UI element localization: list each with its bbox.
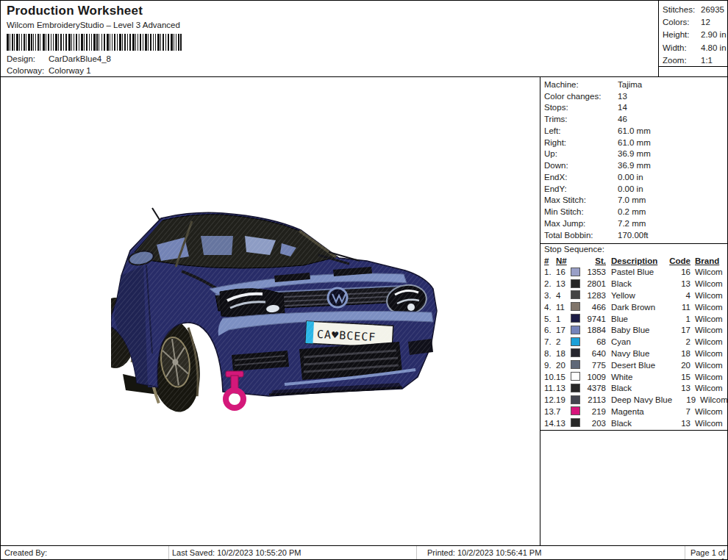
thread-code: 1 — [667, 315, 692, 323]
thread-color-swatch — [571, 314, 580, 323]
thread-code: 20 — [667, 361, 692, 370]
machine-info-value: 36.9 mm — [618, 149, 726, 158]
thread-description: Baby Blue — [607, 326, 667, 334]
machine-info-row: Machine: Tajima — [544, 79, 726, 90]
thread-color-swatch — [571, 268, 580, 276]
design-label: Design: — [7, 54, 49, 63]
stop-sequence-header: # N# St. Description Code Brand — [544, 256, 726, 267]
machine-info-value: 36.9 mm — [618, 161, 726, 170]
thread-brand: Wilcom — [692, 315, 726, 323]
machine-info-label: Trims: — [544, 115, 618, 123]
summary-label: Colors: — [663, 18, 701, 26]
thread-color-swatch — [571, 406, 580, 415]
thread-color-swatch — [571, 302, 580, 311]
machine-info-label: Left: — [544, 126, 618, 135]
thread-code: 15 — [667, 373, 692, 381]
colorway-row: Colorway: Colorway 1 — [7, 66, 91, 75]
row-number: 9. — [544, 361, 556, 370]
machine-info-row: Min Stitch: 0.2 mm — [544, 206, 726, 218]
thread-color-swatch — [571, 395, 580, 404]
thread-description: Magenta — [607, 407, 667, 416]
stitch-count: 1009 — [584, 373, 607, 381]
thread-description: Black — [607, 279, 667, 288]
machine-info-value: 46 — [618, 115, 726, 123]
summary-row: Height: 2.90 in — [663, 29, 728, 41]
thread-code: 2 — [667, 337, 692, 346]
row-number: 10. — [544, 373, 556, 381]
stitch-count: 203 — [584, 419, 607, 428]
summary-row: Stitches: 26935 — [663, 3, 728, 15]
page-indicator: Page 1 of 1 — [685, 546, 728, 560]
summary-row: Colors: 12 — [663, 15, 728, 28]
machine-info-label: Stops: — [544, 103, 618, 112]
col-brand: Brand — [692, 256, 726, 265]
stop-sequence-row: 5. 1 9741 Blue 1 Wilcom — [544, 313, 726, 325]
col-description: Description — [607, 256, 667, 265]
footer: Created By: Last Saved: 10/2/2023 10:55:… — [1, 545, 728, 559]
thread-color-swatch — [571, 290, 580, 299]
machine-info-value: 7.2 mm — [618, 219, 726, 228]
machine-info-row: Max Jump: 7.2 mm — [544, 218, 726, 229]
thread-brand: Wilcom — [692, 268, 726, 276]
needle-number: 4 — [556, 291, 571, 300]
thread-color-swatch — [571, 384, 580, 392]
machine-info-row: Up: 36.9 mm — [544, 148, 726, 160]
stitch-count: 9741 — [584, 315, 607, 323]
thread-brand: Wilcom — [692, 303, 726, 312]
machine-info-value: 7.0 mm — [618, 195, 726, 204]
stitch-count: 1884 — [584, 326, 607, 334]
thread-description: Blue — [607, 315, 667, 323]
thread-code: 16 — [667, 268, 692, 276]
thread-code: 17 — [667, 326, 692, 334]
machine-info-row: Stops: 14 — [544, 102, 726, 114]
stop-sequence-row: 10. 15 1009 White 15 Wilcom — [544, 371, 726, 383]
needle-number: 13 — [556, 419, 571, 428]
machine-info-value: 170.00ft — [618, 231, 726, 240]
row-number: 8. — [544, 349, 556, 358]
thread-description: White — [607, 373, 667, 381]
stop-sequence-row: 14. 13 203 Black 13 Wilcom — [544, 417, 726, 429]
stitch-count: 2801 — [584, 279, 607, 288]
machine-info-label: Max Jump: — [544, 219, 618, 228]
machine-info-value: 0.2 mm — [618, 207, 726, 216]
row-number: 3. — [544, 291, 556, 300]
thread-code: 7 — [667, 407, 692, 416]
col-stitches: St. — [584, 256, 607, 265]
thread-description: Desert Blue — [607, 361, 667, 370]
thread-description: Navy Blue — [607, 349, 667, 358]
needle-number: 18 — [556, 349, 571, 358]
thread-color-swatch — [571, 279, 580, 288]
machine-info-label: Machine: — [544, 80, 618, 89]
stop-sequence-table: # N# St. Description Code Brand 1. 16 13… — [540, 256, 728, 431]
machine-info-label: Max Stitch: — [544, 195, 618, 204]
machine-info-value: 61.0 mm — [618, 126, 726, 135]
row-number: 1. — [544, 268, 556, 276]
summary-label: Zoom: — [663, 56, 701, 65]
design-value: CarDarkBlue4_8 — [49, 54, 111, 63]
machine-info-label: Down: — [544, 161, 618, 170]
needle-number: 17 — [556, 326, 571, 334]
row-number: 5. — [544, 315, 556, 323]
stop-sequence-row: 12. 19 2113 Deep Navy Blue 19 Wilcom — [544, 394, 726, 406]
thread-brand: Wilcom — [692, 326, 726, 334]
summary-label: Height: — [663, 30, 701, 39]
thread-description: Deep Navy Blue — [607, 395, 672, 404]
col-code: Code — [667, 256, 692, 265]
row-number: 13. — [544, 407, 556, 416]
needle-number: 16 — [556, 268, 571, 276]
summary-row: Zoom: 1:1 — [663, 54, 728, 67]
thread-color-swatch — [571, 337, 580, 346]
col-needle: N# — [556, 256, 571, 265]
stitch-count: 219 — [584, 407, 607, 416]
page-title: Production Worksheet — [7, 4, 143, 18]
production-worksheet-page: Production Worksheet Wilcom EmbroiderySt… — [0, 0, 728, 560]
stitch-count: 640 — [584, 349, 607, 358]
app-subtitle: Wilcom EmbroideryStudio – Level 3 Advanc… — [7, 21, 180, 29]
created-by: Created By: — [1, 546, 168, 560]
machine-info-value: Tajima — [618, 80, 726, 89]
stop-sequence-row: 4. 11 466 Dark Brown 11 Wilcom — [544, 301, 726, 313]
machine-info-label: Up: — [544, 149, 618, 158]
machine-info-row: Right: 61.0 mm — [544, 137, 726, 148]
last-saved: Last Saved: 10/2/2023 10:55:20 PM — [168, 546, 416, 560]
thread-brand: Wilcom — [692, 407, 726, 416]
